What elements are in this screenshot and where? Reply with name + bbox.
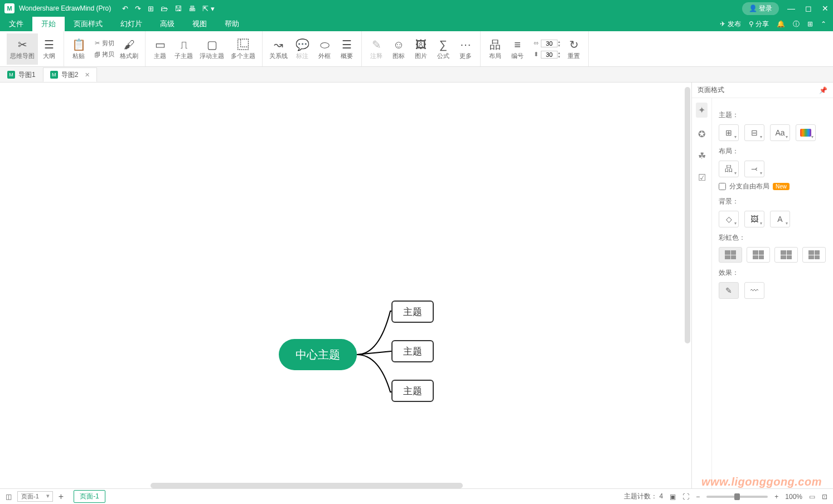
apps-icon[interactable]: ⊞ bbox=[807, 20, 813, 28]
title-bar: M Wondershare EdrawMind (Pro) ↶ ↷ ⊞ 🗁 🖫 … bbox=[0, 0, 833, 17]
clipart-tab-icon[interactable]: ☘ bbox=[698, 151, 706, 161]
maximize-icon[interactable]: ◻ bbox=[805, 4, 812, 13]
fit-page-icon[interactable]: ▣ bbox=[670, 493, 676, 501]
copy-button[interactable]: 🗐拷贝 bbox=[92, 50, 114, 60]
bg-image-button[interactable]: 🖼 bbox=[744, 211, 764, 227]
login-button[interactable]: 👤 登录 bbox=[742, 2, 779, 15]
publish-button[interactable]: ✈ 发布 bbox=[720, 20, 740, 29]
theme-font-button[interactable]: Aa bbox=[770, 124, 790, 141]
help-icon[interactable]: ⓘ bbox=[793, 20, 800, 29]
add-page-icon[interactable]: + bbox=[59, 492, 64, 502]
undo-icon[interactable]: ↶ bbox=[122, 4, 128, 13]
summary-button[interactable]: ☰概要 bbox=[336, 33, 358, 65]
connector-style-button[interactable]: ⤙ bbox=[744, 161, 764, 177]
rainbow-option-1[interactable] bbox=[719, 247, 742, 263]
doc-tab-2[interactable]: M导图2✕ bbox=[43, 67, 98, 82]
layout-type-button[interactable]: 品 bbox=[719, 161, 739, 177]
icon-button[interactable]: ☺图标 bbox=[388, 33, 410, 65]
bg-fill-button[interactable]: ◇ bbox=[719, 211, 739, 227]
panel-header: 页面格式 📌 bbox=[692, 83, 833, 98]
export-icon[interactable]: ⇱ ▾ bbox=[202, 4, 215, 13]
zoom-actual-icon[interactable]: ⊡ bbox=[822, 493, 827, 501]
number-button[interactable]: ≡编号 bbox=[506, 33, 529, 65]
vertical-scrollbar[interactable] bbox=[685, 87, 690, 343]
icon-library-tab-icon[interactable]: ✪ bbox=[698, 129, 705, 139]
subtopic-button[interactable]: ⎍子主题 bbox=[171, 33, 196, 65]
center-topic-node[interactable]: 中心主题 bbox=[279, 339, 357, 370]
rainbow-option-2[interactable] bbox=[747, 247, 770, 263]
effect-sketch-button[interactable]: 〰 bbox=[744, 282, 764, 299]
bg-watermark-button[interactable]: A bbox=[770, 211, 790, 227]
share-button[interactable]: ⚲ 分享 bbox=[749, 20, 769, 29]
paste-button[interactable]: 📋粘贴 bbox=[67, 33, 90, 65]
height-input[interactable]: ⬍▴▾ bbox=[531, 50, 560, 60]
effect-pen-button[interactable]: ✎ bbox=[719, 282, 739, 299]
page-tab[interactable]: 页面-1 bbox=[74, 490, 105, 503]
boundary-button[interactable]: ⬭外框 bbox=[313, 33, 336, 65]
background-section-label: 背景： bbox=[719, 197, 826, 206]
doc-tab-1[interactable]: M导图1 bbox=[0, 67, 43, 82]
zoom-slider[interactable] bbox=[706, 496, 768, 498]
pin-icon[interactable]: 📌 bbox=[819, 86, 827, 94]
topic-node-3[interactable]: 主题 bbox=[391, 380, 434, 402]
floating-topic-button[interactable]: ▢浮动主题 bbox=[196, 33, 227, 65]
image-button[interactable]: 🖼图片 bbox=[410, 33, 432, 65]
page-selector[interactable]: 页面-1 bbox=[17, 491, 53, 502]
format-painter-button[interactable]: 🖌格式刷 bbox=[117, 33, 142, 65]
fullscreen-icon[interactable]: ⛶ bbox=[682, 493, 689, 501]
layout-button[interactable]: 品布局 bbox=[484, 33, 506, 65]
more-button[interactable]: ⋯更多 bbox=[454, 33, 477, 65]
status-bar: ◫ 页面-1 + 页面-1 主题计数： 4 ▣ ⛶ − + 100% ▭ ⊡ bbox=[0, 488, 833, 504]
window-controls: — ◻ ✕ bbox=[787, 4, 829, 13]
menu-bar: 文件 开始 页面样式 幻灯片 高级 视图 帮助 ✈ 发布 ⚲ 分享 🔔 ⓘ ⊞ … bbox=[0, 17, 833, 31]
canvas[interactable]: 中心主题 主题 主题 主题 bbox=[0, 83, 691, 488]
open-icon[interactable]: 🗁 bbox=[161, 4, 168, 13]
minimize-icon[interactable]: — bbox=[787, 4, 795, 13]
task-tab-icon[interactable]: ☑ bbox=[698, 172, 706, 183]
close-tab-icon[interactable]: ✕ bbox=[85, 71, 90, 79]
rainbow-option-4[interactable] bbox=[802, 247, 826, 263]
horizontal-scrollbar[interactable] bbox=[151, 483, 463, 488]
formula-button[interactable]: ∑公式 bbox=[432, 33, 454, 65]
quick-access-toolbar: ↶ ↷ ⊞ 🗁 🖫 🖶 ⇱ ▾ bbox=[122, 4, 215, 13]
menu-advanced[interactable]: 高级 bbox=[151, 17, 183, 31]
new-icon[interactable]: ⊞ bbox=[148, 4, 154, 13]
zoom-out-icon[interactable]: − bbox=[696, 493, 700, 501]
menu-slides[interactable]: 幻灯片 bbox=[112, 17, 151, 31]
zoom-in-icon[interactable]: + bbox=[774, 493, 778, 501]
menu-file[interactable]: 文件 bbox=[0, 17, 32, 31]
callout-button[interactable]: 💬标注 bbox=[291, 33, 313, 65]
topic-node-2[interactable]: 主题 bbox=[391, 340, 434, 362]
close-icon[interactable]: ✕ bbox=[822, 4, 829, 13]
style-tab-icon[interactable]: ✦ bbox=[696, 103, 708, 118]
main-area: 中心主题 主题 主题 主题 页面格式 📌 ✦ ✪ ☘ ☑ 主题： bbox=[0, 83, 833, 488]
outline-view-button[interactable]: ☰大纲 bbox=[38, 33, 60, 65]
topic-count-label: 主题计数： 4 bbox=[624, 492, 663, 501]
collapse-ribbon-icon[interactable]: ⌃ bbox=[821, 20, 826, 28]
document-tabs: M导图1 M导图2✕ bbox=[0, 67, 833, 83]
menu-help[interactable]: 帮助 bbox=[216, 17, 248, 31]
menu-start[interactable]: 开始 bbox=[32, 17, 65, 31]
menu-pagestyle[interactable]: 页面样式 bbox=[65, 17, 112, 31]
zoom-fit-icon[interactable]: ▭ bbox=[809, 493, 815, 501]
relation-button[interactable]: ↝关系线 bbox=[266, 33, 291, 65]
menu-view[interactable]: 视图 bbox=[183, 17, 216, 31]
reset-button[interactable]: ↻重置 bbox=[563, 33, 585, 65]
cut-button[interactable]: ✂剪切 bbox=[92, 38, 114, 49]
notification-icon[interactable]: 🔔 bbox=[777, 20, 785, 28]
branch-free-checkbox[interactable]: 分支自由布局New bbox=[719, 182, 826, 191]
print-icon[interactable]: 🖶 bbox=[188, 4, 196, 13]
rainbow-option-3[interactable] bbox=[774, 247, 798, 263]
theme-style-button[interactable]: ⊞ bbox=[719, 124, 739, 141]
mindmap-view-button[interactable]: ✂思维导图 bbox=[7, 33, 38, 65]
redo-icon[interactable]: ↷ bbox=[135, 4, 141, 13]
page-panel-icon[interactable]: ◫ bbox=[6, 493, 12, 501]
theme-color-button[interactable]: ⊟ bbox=[744, 124, 764, 141]
width-input[interactable]: ⬄▴▾ bbox=[531, 38, 560, 49]
save-icon[interactable]: 🖫 bbox=[175, 4, 182, 13]
multiple-topic-button[interactable]: ⿺多个主题 bbox=[227, 33, 259, 65]
topic-node-1[interactable]: 主题 bbox=[391, 301, 434, 323]
topic-button[interactable]: ▭主题 bbox=[149, 33, 171, 65]
theme-rainbow-button[interactable] bbox=[796, 124, 816, 141]
note-button[interactable]: ✎注释 bbox=[365, 33, 388, 65]
